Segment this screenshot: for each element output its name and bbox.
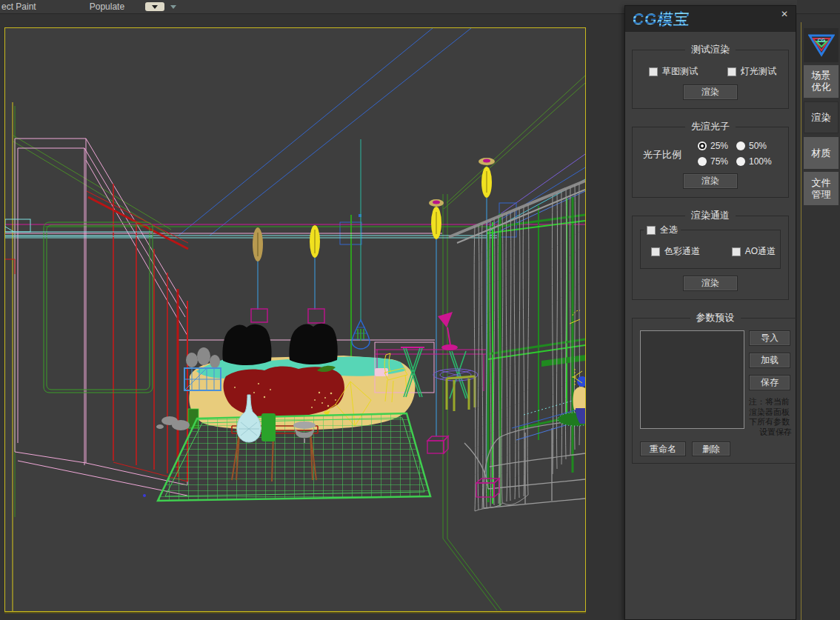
rename-button[interactable]: 重命名 [640, 441, 686, 456]
dropdown-arrow-icon [152, 5, 158, 9]
import-button[interactable]: 导入 [749, 330, 790, 346]
cg-mobao-panel: CG模宝 ✕ 测试渲染 草图测试 灯光测试 渲染 先渲光子 光子比例 25% 5… [624, 5, 796, 620]
checkbox-box[interactable] [649, 67, 658, 76]
close-icon[interactable]: ✕ [779, 9, 790, 19]
curtains [449, 181, 585, 511]
sidebar-tab-render[interactable]: 渲染 [804, 101, 839, 133]
flyout-button[interactable] [145, 2, 164, 11]
right-sidebar: CG 场景优化 渲染 材质 文件管理 [797, 0, 840, 620]
dropdown-arrow-small-icon[interactable] [170, 5, 176, 9]
group-presets-title: 参数预设 [690, 311, 741, 324]
select-all-box: 全选 色彩通道 AO通道 [640, 224, 781, 269]
checkbox-box[interactable] [647, 226, 656, 235]
checkbox-ao-channel[interactable]: AO通道 [732, 245, 776, 258]
panel-title-bar[interactable]: CG模宝 ✕ [625, 6, 796, 32]
sidebar-tab-scene-optimize[interactable]: 场景优化 [804, 65, 839, 98]
group-photon: 先渲光子 光子比例 25% 50% 75% 100% 渲染 [632, 120, 789, 198]
load-button[interactable]: 加载 [749, 353, 790, 368]
sidebar-accent-line [801, 22, 801, 620]
radio-100[interactable]: 100% [736, 156, 779, 167]
menu-item-object-paint[interactable]: ect Paint [0, 1, 44, 12]
checkbox-box[interactable] [651, 247, 660, 256]
group-test-render-title: 测试渲染 [685, 43, 736, 56]
photon-ratio-label: 光子比例 [643, 148, 681, 167]
render-button-test[interactable]: 渲染 [683, 84, 738, 100]
checkbox-select-all[interactable]: 全选 [644, 224, 681, 236]
wireframe-scene [5, 28, 585, 611]
svg-text:CG: CG [817, 38, 825, 43]
sidebar-tab-file-manage[interactable]: 文件管理 [804, 172, 839, 205]
helper-dot [143, 494, 146, 497]
checkbox-light-test[interactable]: 灯光测试 [727, 65, 776, 78]
cg-logo-icon: CG [808, 33, 835, 58]
radio-dot[interactable] [698, 141, 707, 150]
checkbox-box[interactable] [732, 247, 741, 256]
menu-item-populate[interactable]: Populate [82, 1, 132, 12]
shelf-wireframe [5, 219, 153, 393]
radio-25[interactable]: 25% [698, 141, 736, 151]
cg-logo-tile[interactable]: CG [804, 28, 839, 62]
group-channels-title: 渲染通道 [685, 209, 736, 222]
radio-dot[interactable] [736, 157, 745, 166]
preset-listbox[interactable] [640, 330, 744, 429]
delete-button[interactable]: 删除 [692, 441, 730, 456]
preset-note: 注：将当前 渲染器面板 下所有参数 设置保存 [749, 397, 792, 437]
render-button-channels[interactable]: 渲染 [683, 276, 738, 291]
wardrobe-wireframe [5, 102, 188, 611]
checkbox-box[interactable] [727, 67, 736, 76]
sidebar-tab-material[interactable]: 材质 [804, 137, 839, 169]
radio-75[interactable]: 75% [698, 156, 736, 167]
group-channels: 渲染通道 全选 色彩通道 AO通道 渲染 [632, 209, 789, 300]
save-button[interactable]: 保存 [749, 375, 790, 390]
group-presets: 参数预设 导入 加载 保存 注：将当前 渲染器面板 下所有参数 设置保存 重命名… [632, 311, 799, 464]
render-button-photon[interactable]: 渲染 [683, 173, 738, 189]
radio-dot[interactable] [698, 157, 707, 166]
sidebar-top-strip [797, 0, 840, 14]
radio-dot[interactable] [736, 141, 745, 150]
group-photon-title: 先渲光子 [685, 120, 736, 133]
checkbox-sketch-test[interactable]: 草图测试 [649, 65, 698, 78]
checkbox-color-channel[interactable]: 色彩通道 [651, 245, 700, 258]
panel-logo: CG模宝 [632, 9, 691, 30]
group-test-render: 测试渲染 草图测试 灯光测试 渲染 [632, 43, 789, 109]
radio-50[interactable]: 50% [736, 141, 779, 151]
3d-viewport[interactable] [4, 27, 586, 612]
